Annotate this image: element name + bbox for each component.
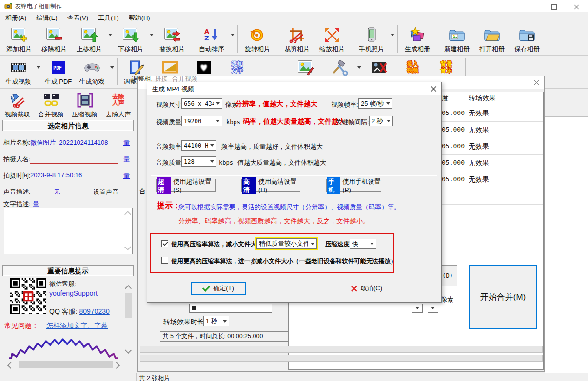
- qq-service-link[interactable]: 80970230: [79, 307, 109, 315]
- toolbar-item-生成游戏[interactable]: 生成游戏: [75, 57, 109, 86]
- menu-bar: 相册(A)编辑(E)查看(V)工具(T)帮助(H): [0, 12, 588, 23]
- toolbar-item-stack[interactable]: 背景音乐: [430, 57, 463, 77]
- row-duration: 05.000: [442, 142, 465, 150]
- height-spinner-fragment[interactable]: [428, 304, 438, 313]
- menu-item-0[interactable]: 相册(A): [0, 12, 31, 24]
- toolbar-separator: [397, 25, 398, 53]
- toolbar-separator: [352, 25, 352, 53]
- toolbar-item-保存相册[interactable]: 保存相册: [510, 24, 545, 54]
- toolbar-item-视频截取[interactable]: 视频截取: [0, 90, 34, 119]
- separator: [151, 133, 437, 134]
- dropdown-arrow-icon[interactable]: [35, 57, 41, 77]
- dropdown-arrow-icon[interactable]: [107, 24, 113, 45]
- ok-button[interactable]: 确定(T): [191, 282, 246, 295]
- shoot-time-batch-link[interactable]: 量: [123, 171, 130, 180]
- horizontal-scrollbar[interactable]: [19, 361, 113, 368]
- toolbar-item-label: 自动排序: [199, 45, 224, 54]
- toolbar-item-pic-edit[interactable]: [289, 57, 322, 77]
- title-bar: 友锋电子相册制作: [0, 0, 588, 12]
- audio-quality-combo[interactable]: 128: [181, 156, 216, 167]
- high-compression-checkbox[interactable]: [161, 240, 168, 247]
- start-merge-button[interactable]: 开始合并(M): [469, 265, 537, 329]
- merge-window-close-icon[interactable]: [532, 78, 540, 86]
- preview-area: [545, 117, 588, 373]
- faq-link[interactable]: 怎样添加文字、字幕: [46, 322, 108, 330]
- dropdown-arrow-icon[interactable]: [148, 24, 155, 45]
- mp4-dialog-close-icon[interactable]: [430, 85, 437, 93]
- width-spinner-fragment[interactable]: [412, 304, 423, 313]
- keyframe-combo[interactable]: 2 秒: [369, 116, 393, 126]
- set-sound-link[interactable]: 设置声音: [93, 188, 118, 196]
- higher-compression-checkbox[interactable]: [161, 257, 168, 264]
- bitrate-hint: 码率，值越大质量越高，文件越大: [243, 117, 345, 126]
- toolbar-item-打开相册[interactable]: 打开相册: [474, 24, 510, 54]
- scroll-left-arrow[interactable]: [8, 362, 13, 369]
- toolbar-item-新建相册[interactable]: 新建相册: [439, 24, 474, 54]
- scroll-down-arrow[interactable]: [126, 347, 131, 354]
- menu-item-2[interactable]: 查看(V): [62, 12, 93, 24]
- fps-combo[interactable]: 25 帧/秒: [358, 98, 392, 109]
- toolbar-item-手机照片[interactable]: 手机照片: [354, 24, 389, 54]
- scroll-right-arrow[interactable]: [114, 362, 119, 369]
- ultra-hd-preset-button[interactable]: 超清 使用超清设置(S): [156, 179, 216, 192]
- toolbar-item-av-settings[interactable]: [362, 57, 396, 77]
- phone-icon: [363, 24, 380, 45]
- toolbar-item-替换相片[interactable]: 替换相片: [155, 24, 190, 54]
- dropdown-arrow-icon[interactable]: [109, 57, 115, 77]
- toolbar-item-裁剪相片[interactable]: 裁剪相片: [279, 24, 314, 54]
- tip-line2: 分辨率、码率越高，视频画质越高，文件越大，反之，文件越小。: [178, 217, 370, 226]
- toolbar-item-生成 PDF[interactable]: PDF生成 PDF: [41, 57, 75, 86]
- toolbar-item-去除人声[interactable]: 去除人声去除人声: [101, 90, 135, 119]
- toolbar-item-移除相片[interactable]: 移除相片: [37, 24, 72, 54]
- input-underline: [30, 180, 118, 180]
- video-quality-combo[interactable]: 19200: [181, 116, 222, 126]
- hd-preset-button[interactable]: 高清 使用高清设置(H): [241, 179, 300, 192]
- toolbar-item-stack[interactable]: 插入视频: [396, 57, 430, 77]
- minimize-button[interactable]: [520, 0, 543, 13]
- cancel-label: 取消(C): [361, 284, 382, 293]
- toolbar-item-label: 生成视频: [6, 77, 31, 86]
- menu-item-3[interactable]: 工具(T): [93, 12, 124, 24]
- photo-remove-icon: [45, 24, 63, 45]
- menu-item-4[interactable]: 帮助(H): [124, 12, 155, 24]
- dropdown-arrow-icon[interactable]: [389, 24, 395, 45]
- close-button[interactable]: [565, 0, 588, 13]
- toolbar-item-缩放相片[interactable]: 缩放相片: [314, 24, 350, 54]
- toolbar-item-生成相册[interactable]: 生成相册: [400, 24, 435, 54]
- shoot-time-value[interactable]: 2023-9-8 17:50:16: [30, 171, 118, 179]
- dropdown-arrow-icon[interactable]: [229, 24, 235, 45]
- text-description-input[interactable]: [4, 208, 133, 254]
- maximize-button[interactable]: [543, 0, 565, 13]
- shoot-time-field: 拍摄时间: 2023-9-8 17:50:16 量: [0, 171, 136, 182]
- toolbar-item-生成视频[interactable]: 生成视频: [1, 57, 35, 86]
- cancel-button[interactable]: 取消(C): [340, 282, 393, 295]
- dropdown-arrow-icon[interactable]: [356, 57, 362, 77]
- phone-preset-button[interactable]: 手机 使用手机设置(P): [326, 179, 381, 192]
- row-effect: 无效果: [469, 142, 489, 151]
- scrollbar-thumb[interactable]: [125, 293, 132, 318]
- toolbar-item-压缩视频[interactable]: 压缩视频: [68, 90, 101, 119]
- scroll-up-arrow[interactable]: [126, 285, 131, 292]
- audio-freq-combo[interactable]: 44100 Hz: [181, 140, 216, 151]
- quality-level-combo[interactable]: 稍低质量较小文件: [256, 238, 317, 249]
- transition-duration-combo[interactable]: 1 秒: [203, 316, 229, 326]
- photographer-field: 拍摄人名: 量: [0, 154, 136, 166]
- menu-item-1[interactable]: 编辑(E): [31, 12, 62, 24]
- toolbar-item-自动排序[interactable]: AZ自动排序: [194, 24, 229, 54]
- status-divider: [136, 373, 137, 381]
- ultra-hd-badge: 超清: [157, 177, 171, 194]
- toolbar-item-label: 压缩视频: [72, 110, 98, 119]
- toolbar-item-旋转相片[interactable]: 旋转相片: [240, 24, 275, 54]
- toolbar-item-tools[interactable]: [322, 57, 356, 77]
- photo-name-value[interactable]: 微信图片_20221024114108: [30, 138, 118, 147]
- photographer-batch-link[interactable]: 量: [123, 155, 130, 164]
- compression-speed-combo[interactable]: 快: [350, 239, 376, 249]
- toolbar-item-下移相片[interactable]: 下移相片: [113, 24, 148, 54]
- toolbar-item-合并视频[interactable]: 合并视频: [34, 90, 68, 119]
- sound-none-link[interactable]: 无: [47, 188, 67, 196]
- hd-badge: 高清: [242, 177, 256, 194]
- toolbar-item-上移相片[interactable]: 上移相片: [72, 24, 107, 54]
- video-size-combo[interactable]: 656 x 434: [181, 98, 222, 109]
- toolbar-item-添加相片[interactable]: 添加相片: [1, 24, 37, 54]
- photo-name-batch-link[interactable]: 量: [123, 138, 130, 147]
